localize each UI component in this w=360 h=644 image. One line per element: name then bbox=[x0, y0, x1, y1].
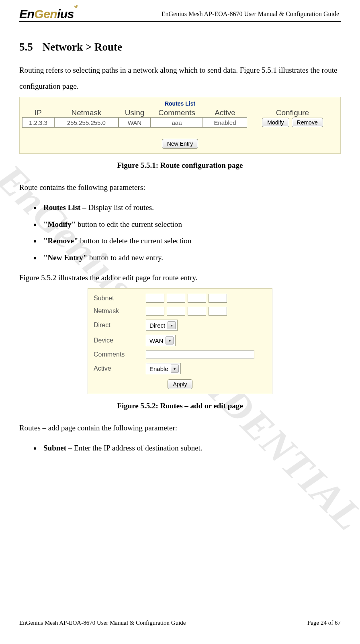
intro-paragraph: Routing refers to selecting paths in a n… bbox=[19, 62, 341, 94]
bullet-rest: button to delete the current selection bbox=[80, 236, 191, 245]
device-select[interactable]: WAN ▾ bbox=[146, 335, 176, 346]
header-title: EnGenius Mesh AP-EOA-8670 User Manual & … bbox=[77, 10, 341, 18]
page-header: EnGenius ༄ EnGenius Mesh AP-EOA-8670 Use… bbox=[19, 8, 341, 22]
chevron-down-icon: ▾ bbox=[171, 365, 179, 373]
cell-comments: aaa bbox=[151, 117, 203, 128]
bullet-bold: Subnet bbox=[43, 444, 66, 452]
netmask-input-4[interactable] bbox=[209, 307, 227, 316]
active-label: Active bbox=[94, 365, 146, 372]
bullet-bold: "Remove" bbox=[43, 236, 80, 245]
subnet-label: Subnet bbox=[94, 295, 146, 302]
cell-using: WAN bbox=[119, 117, 151, 128]
remove-button[interactable]: Remove bbox=[292, 118, 323, 127]
figure-caption-2: Figure 5.5.2: Routes – add or edit page bbox=[19, 401, 341, 410]
comments-label: Comments bbox=[94, 351, 146, 358]
list-item: "Remove" button to delete the current se… bbox=[41, 233, 341, 249]
routes-table-header: IP Netmask Using Comments Active Configu… bbox=[20, 108, 340, 117]
bullet-rest: Display list of routes. bbox=[88, 203, 154, 212]
section-heading: 5.5 Network > Route bbox=[19, 41, 341, 53]
netmask-label: Netmask bbox=[94, 308, 146, 315]
netmask-input-1[interactable] bbox=[146, 307, 164, 316]
bullet-bold: "Modify" bbox=[43, 220, 78, 228]
routes-list-title: Routes List bbox=[20, 97, 340, 108]
cell-netmask: 255.255.255.0 bbox=[54, 117, 119, 128]
col-active: Active bbox=[203, 108, 247, 117]
active-select[interactable]: Enable ▾ bbox=[146, 363, 181, 374]
netmask-input-3[interactable] bbox=[188, 307, 206, 316]
subnet-input-1[interactable] bbox=[146, 294, 164, 303]
active-select-value: Enable bbox=[149, 365, 168, 372]
brand-logo: EnGenius ༄ bbox=[19, 8, 74, 20]
direct-label: Direct bbox=[94, 322, 146, 329]
netmask-input-2[interactable] bbox=[167, 307, 185, 316]
col-using: Using bbox=[119, 108, 151, 117]
col-netmask: Netmask bbox=[54, 108, 119, 117]
col-comments: Comments bbox=[151, 108, 203, 117]
col-configure: Configure bbox=[247, 108, 338, 117]
routes-list-figure: Routes List IP Netmask Using Comments Ac… bbox=[19, 97, 341, 154]
comments-input[interactable] bbox=[146, 350, 254, 359]
footer-left: EnGenius Mesh AP-EOA-8670 User Manual & … bbox=[19, 620, 186, 626]
section-number: 5.5 bbox=[19, 41, 33, 53]
list-item: "Modify" button to edit the current sele… bbox=[41, 216, 341, 232]
bullet-rest: – Enter the IP address of destination su… bbox=[66, 444, 202, 452]
bullet-bold: "New Entry" bbox=[43, 253, 89, 262]
apply-button[interactable]: Apply bbox=[168, 379, 192, 389]
route-edit-form-figure: Subnet Netmask Direct bbox=[88, 288, 272, 394]
subnet-input-4[interactable] bbox=[209, 294, 227, 303]
bullet-rest: button to add new entry. bbox=[89, 253, 163, 262]
params-intro: Route contains the following parameters: bbox=[19, 179, 341, 196]
fig2-intro: Figure 5.5.2 illustrates the add or edit… bbox=[19, 270, 341, 286]
list-item: Subnet – Enter the IP address of destina… bbox=[41, 440, 341, 456]
subnet-input-3[interactable] bbox=[188, 294, 206, 303]
brand-part-gen: Gen bbox=[34, 8, 57, 20]
subnet-input-2[interactable] bbox=[167, 294, 185, 303]
addpage-intro: Routes – add page contain the following … bbox=[19, 420, 341, 436]
new-entry-button[interactable]: New Entry bbox=[162, 139, 198, 149]
bullet-rest: button to edit the current selection bbox=[78, 220, 182, 228]
cell-ip: 1.2.3.3 bbox=[22, 117, 54, 128]
brand-part-ius: ius bbox=[57, 8, 74, 20]
cell-active: Enabled bbox=[203, 117, 247, 128]
section-title: Network > Route bbox=[43, 41, 122, 53]
bullet-bold: Routes List – bbox=[43, 203, 88, 212]
device-label: Device bbox=[94, 337, 146, 344]
device-select-value: WAN bbox=[149, 337, 163, 344]
routes-table-row: 1.2.3.3 255.255.255.0 WAN aaa Enabled Mo… bbox=[20, 117, 340, 128]
direct-select-value: Direct bbox=[149, 322, 165, 329]
chevron-down-icon: ▾ bbox=[168, 321, 176, 329]
direct-select[interactable]: Direct ▾ bbox=[146, 320, 178, 331]
footer-right: Page 24 of 67 bbox=[307, 620, 341, 626]
list-item: "New Entry" button to add new entry. bbox=[41, 250, 341, 266]
brand-part-en: En bbox=[19, 8, 34, 20]
list-item: Routes List – Display list of routes. bbox=[41, 200, 341, 216]
chevron-down-icon: ▾ bbox=[166, 336, 174, 344]
figure-caption-1: Figure 5.5.1: Route configuration page bbox=[19, 161, 341, 170]
col-ip: IP bbox=[22, 108, 54, 117]
modify-button[interactable]: Modify bbox=[262, 118, 289, 127]
page-footer: EnGenius Mesh AP-EOA-8670 User Manual & … bbox=[19, 620, 341, 626]
